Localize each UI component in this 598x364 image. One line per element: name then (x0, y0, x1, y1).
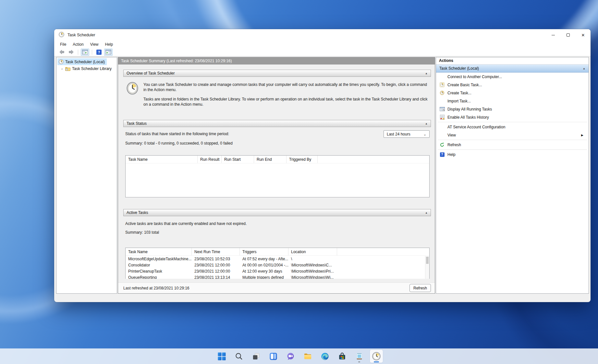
taskbar-notepad-button[interactable] (353, 350, 366, 363)
collapse-arrow-icon[interactable]: ▲ (425, 211, 428, 214)
menu-view[interactable]: View (87, 42, 102, 47)
menubar: File Action View Help (54, 41, 591, 48)
overview-text: You can use Task Scheduler to create and… (143, 82, 428, 107)
column-header-triggered-by[interactable]: Triggered By (287, 156, 318, 163)
collapse-arrow-icon[interactable]: ▲ (583, 67, 585, 70)
cell-task-name: PrinterCleanupTask (126, 269, 192, 274)
column-header-next-run-time[interactable]: Next Run Time (192, 248, 240, 255)
task-status-section: Task Status ▲ Status of tasks that have … (123, 120, 431, 203)
column-header-task-name[interactable]: Task Name (126, 156, 198, 163)
menu-help[interactable]: Help (102, 42, 116, 47)
taskbar-search-button[interactable] (232, 350, 245, 363)
active-tasks-table: Task Name Next Run Time Triggers Locatio… (125, 248, 430, 279)
tree-item-task-scheduler-local[interactable]: Task Scheduler (Local) (57, 58, 107, 65)
active-tasks-summary: Summary: 103 total (125, 230, 430, 235)
active-tasks-body: Active tasks are tasks that are currentl… (123, 216, 431, 279)
taskbar-task-scheduler-button[interactable] (370, 350, 383, 363)
column-header-location[interactable]: Location (288, 248, 337, 255)
taskbar-edge-button[interactable] (318, 350, 331, 363)
close-icon: ✕ (581, 33, 585, 38)
overview-paragraph-2: Tasks are stored in folders in the Task … (143, 97, 428, 107)
action-label: Create Basic Task... (447, 83, 482, 87)
summary-footer: Last refreshed at 23/08/2021 10:29:16 Re… (118, 282, 435, 293)
help-button[interactable]: ? (95, 49, 103, 56)
action-create-basic-task[interactable]: Create Basic Task... (436, 81, 589, 89)
column-header-run-end[interactable]: Run End (254, 156, 287, 163)
forward-button[interactable] (67, 49, 75, 56)
menu-file[interactable]: File (57, 42, 69, 47)
action-connect-to-another-computer[interactable]: Connect to Another Computer... (436, 73, 589, 81)
taskbar-task-view-button[interactable] (250, 350, 262, 363)
table-row[interactable]: QueueReporting 23/08/2021 13:13:14 Multi… (126, 274, 429, 279)
scrollbar-thumb[interactable] (426, 257, 429, 264)
task-view-icon (252, 352, 260, 360)
action-help[interactable]: ? Help (436, 150, 589, 159)
widgets-icon (269, 352, 277, 360)
submenu-arrow-icon: ▶ (581, 134, 583, 137)
action-view[interactable]: View ▶ (436, 131, 589, 139)
table-row[interactable]: Consolidator 23/08/2021 12:00:00 At 00:0… (126, 262, 429, 268)
actions-group-header[interactable]: Task Scheduler (Local) ▲ (436, 65, 589, 73)
window-title: Task Scheduler (67, 33, 95, 37)
actions-separator (438, 149, 587, 150)
active-tasks-section-header[interactable]: Active Tasks ▲ (123, 209, 431, 216)
active-app-indicator (374, 361, 379, 362)
file-explorer-icon (304, 352, 312, 360)
table-row[interactable]: PrinterCleanupTask 23/08/2021 12:00:00 A… (126, 268, 429, 274)
refresh-button[interactable]: Refresh (409, 284, 431, 292)
time-period-dropdown[interactable]: Last 24 hours ⌄ (384, 130, 430, 138)
cell-location: \Microsoft\Windows\Pri... (288, 269, 337, 274)
cell-triggers: At 12:00 every 30 days (240, 269, 288, 274)
column-header-filler (337, 248, 429, 255)
chat-icon (287, 352, 295, 360)
actions-pane-title: Actions (436, 57, 589, 65)
show-console-tree-button[interactable] (81, 49, 89, 56)
tree-item-task-scheduler-library[interactable]: › Task Scheduler Library (59, 65, 114, 72)
show-action-pane-button[interactable] (104, 49, 113, 56)
expand-chevron-icon[interactable]: › (60, 67, 64, 71)
tree-item-label: Task Scheduler (Local) (65, 60, 105, 64)
minimize-button[interactable] (546, 29, 561, 41)
edge-icon (321, 352, 329, 360)
caption-buttons: ✕ (546, 29, 591, 41)
menu-action[interactable]: Action (69, 42, 87, 47)
table-scrollbar[interactable] (425, 256, 429, 279)
overview-clock-icon (127, 82, 138, 107)
windows-start-icon (218, 352, 226, 360)
table-row[interactable]: MicrosoftEdgeUpdateTaskMachine... 23/08/… (126, 256, 429, 262)
column-header-task-name[interactable]: Task Name (126, 248, 192, 255)
action-enable-all-tasks-history[interactable]: Enable All Tasks History (436, 113, 589, 121)
column-header-run-result[interactable]: Run Result (198, 156, 222, 163)
cell-next-run-time: 23/08/2021 10:52:03 (192, 257, 240, 261)
overview-section-header[interactable]: Overview of Task Scheduler ▲ (123, 70, 431, 77)
cell-triggers: Multiple triggers defined (240, 275, 288, 279)
back-arrow-icon (59, 50, 65, 54)
collapse-arrow-icon[interactable]: ▲ (425, 72, 428, 75)
cell-task-name: QueueReporting (126, 275, 192, 279)
column-header-triggers[interactable]: Triggers (240, 248, 288, 255)
collapse-arrow-icon[interactable]: ▲ (425, 122, 428, 125)
taskbar-start-button[interactable] (215, 350, 228, 363)
titlebar[interactable]: Task Scheduler ✕ (54, 29, 591, 41)
summary-pane: Task Scheduler Summary (Last refreshed: … (118, 57, 435, 294)
taskbar-widgets-button[interactable] (267, 350, 280, 363)
create-basic-task-icon (439, 82, 445, 88)
close-button[interactable]: ✕ (576, 29, 591, 41)
taskbar-store-button[interactable] (336, 350, 348, 363)
maximize-button[interactable] (561, 29, 576, 41)
library-folder-icon (65, 66, 70, 71)
task-status-section-header[interactable]: Task Status ▲ (123, 120, 431, 127)
action-at-service-account-configuration[interactable]: AT Service Account Configuration (436, 123, 589, 131)
task-scheduler-icon (372, 352, 381, 360)
column-header-run-start[interactable]: Run Start (222, 156, 254, 163)
cell-triggers: At 00:00 on 02/01/2004 -... (240, 263, 288, 267)
action-refresh[interactable]: Refresh (436, 141, 589, 149)
back-button[interactable] (57, 49, 66, 56)
action-import-task[interactable]: Import Task... (436, 97, 589, 105)
taskbar-chat-button[interactable] (284, 350, 297, 363)
column-header-filler (318, 156, 429, 163)
taskbar-file-explorer-button[interactable] (301, 350, 314, 363)
action-create-task[interactable]: Create Task... (436, 89, 589, 97)
action-display-all-running-tasks[interactable]: Display All Running Tasks (436, 105, 589, 113)
maximize-icon (567, 33, 570, 37)
